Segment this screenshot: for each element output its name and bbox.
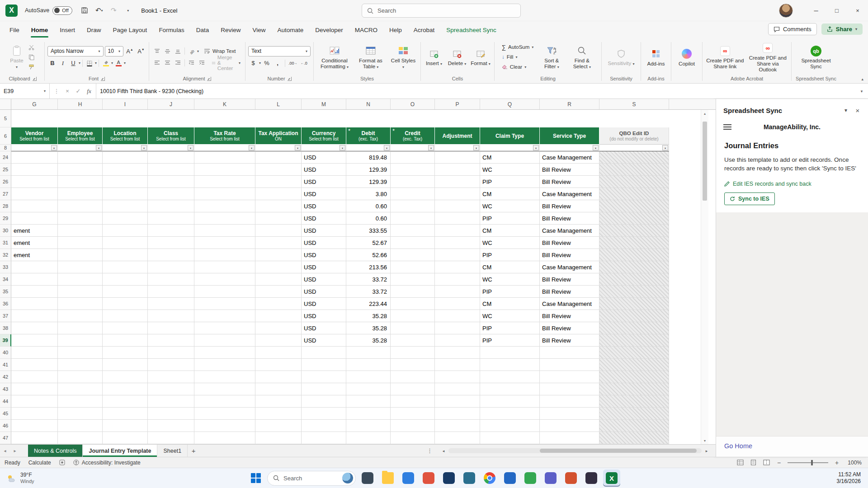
- cell-O30[interactable]: [391, 225, 435, 237]
- zoom-slider-thumb[interactable]: [811, 460, 813, 465]
- weather-widget[interactable]: 39°F Windy: [6, 472, 34, 484]
- cell-N38[interactable]: 35.28: [346, 322, 391, 334]
- cell-I24[interactable]: [103, 151, 148, 164]
- cell-H24[interactable]: [58, 151, 103, 164]
- cell-L25[interactable]: [255, 164, 302, 176]
- accounting-format-button[interactable]: $: [248, 58, 258, 68]
- row-header-36[interactable]: 36: [0, 298, 11, 310]
- row-header-37[interactable]: 37: [0, 310, 11, 322]
- cell-O38[interactable]: [391, 322, 435, 334]
- cell-J39[interactable]: [148, 334, 194, 347]
- cell-H28[interactable]: [58, 200, 103, 212]
- cell-M37[interactable]: USD: [302, 310, 346, 322]
- taskbar-chrome-icon[interactable]: [481, 469, 498, 487]
- zoom-in-button[interactable]: +: [834, 459, 840, 466]
- filter-dropdown-P[interactable]: ▾: [473, 145, 479, 150]
- cell-K36[interactable]: [194, 298, 255, 310]
- cut-button[interactable]: [27, 42, 36, 52]
- row-header-8[interactable]: 8: [0, 145, 11, 151]
- cell-S38[interactable]: [599, 322, 669, 334]
- cell-K25[interactable]: [194, 164, 255, 176]
- horizontal-scroll-thumb[interactable]: [540, 449, 697, 453]
- cell-O32[interactable]: [391, 249, 435, 261]
- cell-P25[interactable]: [435, 164, 480, 176]
- column-header-R[interactable]: R: [540, 99, 599, 109]
- cell-S37[interactable]: [599, 310, 669, 322]
- cell-H29[interactable]: [58, 212, 103, 225]
- horizontal-scrollbar[interactable]: ◂ ▸: [440, 448, 710, 453]
- cell-R45[interactable]: [540, 408, 599, 420]
- cell-Q39[interactable]: PIP: [480, 334, 540, 347]
- cell-P46[interactable]: [435, 420, 480, 432]
- cell-O40[interactable]: [391, 347, 435, 359]
- row-header-26[interactable]: 26: [0, 176, 11, 188]
- cell-S29[interactable]: [599, 212, 669, 225]
- align-center-button[interactable]: [162, 58, 172, 68]
- ribbon-tab-automate[interactable]: Automate: [271, 21, 309, 38]
- create-pdf-outlook-button[interactable]: ∞ Create PDF and Share via Outlook: [747, 41, 788, 74]
- cell-R36[interactable]: Case Management: [540, 298, 599, 310]
- name-box[interactable]: E39 ▾: [0, 84, 50, 99]
- font-color-button[interactable]: A: [113, 58, 123, 68]
- cell-R37[interactable]: Bill Review: [540, 310, 599, 322]
- cell-P24[interactable]: [435, 151, 480, 164]
- cell-N29[interactable]: 0.60: [346, 212, 391, 225]
- cell-R28[interactable]: Bill Review: [540, 200, 599, 212]
- font-size-select[interactable]: 10▾: [105, 46, 123, 56]
- cell-P39[interactable]: [435, 334, 480, 347]
- cell-N36[interactable]: 223.44: [346, 298, 391, 310]
- cell-K28[interactable]: [194, 200, 255, 212]
- taskbar-file-explorer-icon[interactable]: [379, 469, 396, 487]
- taskbar-outlook-icon[interactable]: [440, 469, 458, 487]
- decrease-indent-button[interactable]: [187, 58, 197, 68]
- cell-G29[interactable]: [11, 212, 58, 225]
- cell-O35[interactable]: [391, 286, 435, 298]
- cell-H30[interactable]: [58, 225, 103, 237]
- cell-M40[interactable]: [302, 347, 346, 359]
- select-all-corner[interactable]: [0, 99, 11, 109]
- cell-O43[interactable]: [391, 383, 435, 395]
- cell-P27[interactable]: [435, 188, 480, 200]
- cell-K37[interactable]: [194, 310, 255, 322]
- cell-L45[interactable]: [255, 408, 302, 420]
- cell-I46[interactable]: [103, 420, 148, 432]
- formula-input[interactable]: 10010 Fifth Third Bank - 9230 (Checking): [96, 84, 855, 99]
- cell-M29[interactable]: USD: [302, 212, 346, 225]
- cell-Q24[interactable]: CM: [480, 151, 540, 164]
- cell-R27[interactable]: Case Management: [540, 188, 599, 200]
- cell-R42[interactable]: [540, 371, 599, 383]
- cell-O39[interactable]: [391, 334, 435, 347]
- cell-K43[interactable]: [194, 383, 255, 395]
- row-header-33[interactable]: 33: [0, 261, 11, 273]
- ribbon-tab-home[interactable]: Home: [25, 21, 54, 38]
- cell-H41[interactable]: [58, 359, 103, 371]
- cell-K26[interactable]: [194, 176, 255, 188]
- cell-S31[interactable]: [599, 237, 669, 249]
- taskbar-edge-icon[interactable]: [400, 469, 417, 487]
- cell-P47[interactable]: [435, 432, 480, 444]
- cell-M45[interactable]: [302, 408, 346, 420]
- ribbon-tab-draw[interactable]: Draw: [81, 21, 107, 38]
- cell-R30[interactable]: Case Management: [540, 225, 599, 237]
- cell-P41[interactable]: [435, 359, 480, 371]
- redo-button[interactable]: ↷: [107, 4, 120, 17]
- cell-R44[interactable]: [540, 395, 599, 408]
- cancel-entry-button[interactable]: ×: [62, 86, 72, 96]
- cell-N43[interactable]: [346, 383, 391, 395]
- cell-styles-button[interactable]: Cell Styles ▾: [389, 43, 417, 71]
- cell-N39[interactable]: 35.28: [346, 334, 391, 347]
- cell-M31[interactable]: USD: [302, 237, 346, 249]
- cell-G40[interactable]: [11, 347, 58, 359]
- bold-button[interactable]: B: [47, 58, 57, 68]
- taskbar-photos-icon[interactable]: [420, 469, 437, 487]
- cell-N40[interactable]: [346, 347, 391, 359]
- autosum-button[interactable]: ∑AutoSum▾: [500, 42, 536, 52]
- row5-blank-area[interactable]: [11, 110, 669, 127]
- cell-M34[interactable]: USD: [302, 273, 346, 286]
- cell-N30[interactable]: 333.55: [346, 225, 391, 237]
- go-home-link[interactable]: Go Home: [724, 442, 752, 450]
- cell-N26[interactable]: 129.39: [346, 176, 391, 188]
- cell-R46[interactable]: [540, 420, 599, 432]
- taskbar-search[interactable]: Search: [267, 471, 356, 486]
- cell-I45[interactable]: [103, 408, 148, 420]
